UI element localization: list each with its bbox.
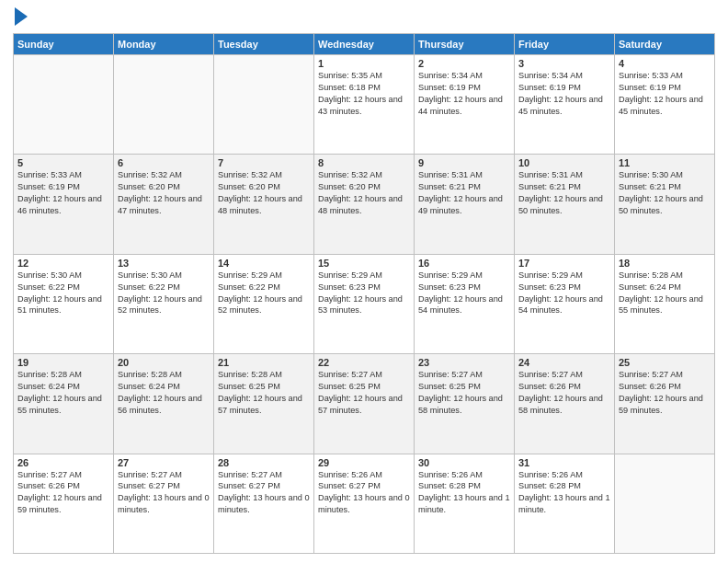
day-info: Sunrise: 5:32 AM Sunset: 6:20 PM Dayligh…	[318, 169, 410, 217]
calendar-cell: 13Sunrise: 5:30 AM Sunset: 6:22 PM Dayli…	[114, 254, 214, 353]
day-number: 5	[17, 157, 109, 168]
day-info: Sunrise: 5:26 AM Sunset: 6:27 PM Dayligh…	[318, 469, 410, 517]
day-number: 13	[118, 258, 210, 269]
day-info: Sunrise: 5:28 AM Sunset: 6:24 PM Dayligh…	[17, 369, 109, 417]
day-number: 4	[619, 58, 711, 69]
day-info: Sunrise: 5:34 AM Sunset: 6:19 PM Dayligh…	[418, 70, 510, 118]
calendar-cell: 11Sunrise: 5:30 AM Sunset: 6:21 PM Dayli…	[615, 155, 715, 254]
calendar-week-row: 19Sunrise: 5:28 AM Sunset: 6:24 PM Dayli…	[14, 354, 715, 454]
day-number: 31	[518, 457, 610, 468]
day-number: 1	[318, 58, 410, 69]
calendar-week-row: 26Sunrise: 5:27 AM Sunset: 6:26 PM Dayli…	[14, 454, 715, 553]
calendar-cell: 24Sunrise: 5:27 AM Sunset: 6:26 PM Dayli…	[515, 354, 615, 454]
day-info: Sunrise: 5:29 AM Sunset: 6:23 PM Dayligh…	[418, 270, 510, 317]
day-number: 20	[118, 357, 210, 368]
calendar-cell: 12Sunrise: 5:30 AM Sunset: 6:22 PM Dayli…	[14, 254, 114, 353]
calendar-cell: 3Sunrise: 5:34 AM Sunset: 6:19 PM Daylig…	[515, 55, 615, 155]
calendar-cell: 26Sunrise: 5:27 AM Sunset: 6:26 PM Dayli…	[14, 454, 114, 553]
page: SundayMondayTuesdayWednesdayThursdayFrid…	[0, 0, 728, 563]
logo-arrow-icon	[15, 7, 28, 26]
calendar-cell: 17Sunrise: 5:29 AM Sunset: 6:23 PM Dayli…	[515, 254, 615, 353]
day-info: Sunrise: 5:32 AM Sunset: 6:20 PM Dayligh…	[118, 169, 210, 217]
calendar-week-row: 5Sunrise: 5:33 AM Sunset: 6:19 PM Daylig…	[14, 155, 715, 254]
calendar-cell: 2Sunrise: 5:34 AM Sunset: 6:19 PM Daylig…	[415, 55, 515, 155]
weekday-header: Friday	[515, 34, 615, 55]
day-info: Sunrise: 5:30 AM Sunset: 6:21 PM Dayligh…	[619, 169, 711, 217]
calendar-cell: 1Sunrise: 5:35 AM Sunset: 6:18 PM Daylig…	[314, 55, 415, 155]
calendar-week-row: 1Sunrise: 5:35 AM Sunset: 6:18 PM Daylig…	[14, 55, 715, 155]
calendar-cell: 5Sunrise: 5:33 AM Sunset: 6:19 PM Daylig…	[14, 155, 114, 254]
calendar-cell: 8Sunrise: 5:32 AM Sunset: 6:20 PM Daylig…	[314, 155, 415, 254]
calendar-cell: 29Sunrise: 5:26 AM Sunset: 6:27 PM Dayli…	[314, 454, 415, 553]
calendar-cell: 21Sunrise: 5:28 AM Sunset: 6:25 PM Dayli…	[214, 354, 314, 454]
day-info: Sunrise: 5:30 AM Sunset: 6:22 PM Dayligh…	[17, 270, 109, 317]
calendar-cell: 27Sunrise: 5:27 AM Sunset: 6:27 PM Dayli…	[114, 454, 214, 553]
calendar-cell: 19Sunrise: 5:28 AM Sunset: 6:24 PM Dayli…	[14, 354, 114, 454]
day-number: 29	[318, 457, 410, 468]
day-number: 25	[619, 357, 711, 368]
day-info: Sunrise: 5:27 AM Sunset: 6:26 PM Dayligh…	[619, 369, 711, 417]
day-number: 22	[318, 357, 410, 368]
day-info: Sunrise: 5:33 AM Sunset: 6:19 PM Dayligh…	[619, 70, 711, 118]
weekday-header: Monday	[114, 34, 214, 55]
day-number: 17	[518, 258, 610, 269]
calendar-cell: 28Sunrise: 5:27 AM Sunset: 6:27 PM Dayli…	[214, 454, 314, 553]
calendar-cell: 20Sunrise: 5:28 AM Sunset: 6:24 PM Dayli…	[114, 354, 214, 454]
calendar-cell: 6Sunrise: 5:32 AM Sunset: 6:20 PM Daylig…	[114, 155, 214, 254]
day-number: 6	[118, 157, 210, 168]
day-number: 18	[619, 258, 711, 269]
day-info: Sunrise: 5:30 AM Sunset: 6:22 PM Dayligh…	[118, 270, 210, 317]
calendar-cell	[214, 55, 314, 155]
logo	[13, 9, 29, 26]
day-number: 15	[318, 258, 410, 269]
day-info: Sunrise: 5:27 AM Sunset: 6:25 PM Dayligh…	[318, 369, 410, 417]
day-info: Sunrise: 5:26 AM Sunset: 6:28 PM Dayligh…	[418, 469, 510, 517]
calendar-cell: 25Sunrise: 5:27 AM Sunset: 6:26 PM Dayli…	[615, 354, 715, 454]
day-number: 14	[218, 258, 310, 269]
weekday-header: Thursday	[415, 34, 515, 55]
calendar-cell: 18Sunrise: 5:28 AM Sunset: 6:24 PM Dayli…	[615, 254, 715, 353]
day-number: 9	[418, 157, 510, 168]
day-number: 28	[218, 457, 310, 468]
day-number: 12	[17, 258, 109, 269]
day-number: 30	[418, 457, 510, 468]
weekday-header: Saturday	[615, 34, 715, 55]
day-number: 21	[218, 357, 310, 368]
day-number: 27	[118, 457, 210, 468]
day-info: Sunrise: 5:27 AM Sunset: 6:27 PM Dayligh…	[218, 469, 310, 517]
day-number: 23	[418, 357, 510, 368]
day-info: Sunrise: 5:33 AM Sunset: 6:19 PM Dayligh…	[17, 169, 109, 217]
weekday-header: Sunday	[14, 34, 114, 55]
day-number: 10	[518, 157, 610, 168]
calendar-header-row: SundayMondayTuesdayWednesdayThursdayFrid…	[14, 34, 715, 55]
calendar-cell: 23Sunrise: 5:27 AM Sunset: 6:25 PM Dayli…	[415, 354, 515, 454]
day-info: Sunrise: 5:27 AM Sunset: 6:27 PM Dayligh…	[118, 469, 210, 517]
calendar-cell: 9Sunrise: 5:31 AM Sunset: 6:21 PM Daylig…	[415, 155, 515, 254]
day-info: Sunrise: 5:28 AM Sunset: 6:24 PM Dayligh…	[619, 270, 711, 317]
day-info: Sunrise: 5:34 AM Sunset: 6:19 PM Dayligh…	[518, 70, 610, 118]
day-info: Sunrise: 5:28 AM Sunset: 6:25 PM Dayligh…	[218, 369, 310, 417]
day-info: Sunrise: 5:32 AM Sunset: 6:20 PM Dayligh…	[218, 169, 310, 217]
calendar-cell: 31Sunrise: 5:26 AM Sunset: 6:28 PM Dayli…	[515, 454, 615, 553]
day-info: Sunrise: 5:29 AM Sunset: 6:23 PM Dayligh…	[518, 270, 610, 317]
day-info: Sunrise: 5:27 AM Sunset: 6:26 PM Dayligh…	[518, 369, 610, 417]
day-number: 24	[518, 357, 610, 368]
day-info: Sunrise: 5:26 AM Sunset: 6:28 PM Dayligh…	[518, 469, 610, 517]
day-number: 16	[418, 258, 510, 269]
calendar-cell: 10Sunrise: 5:31 AM Sunset: 6:21 PM Dayli…	[515, 155, 615, 254]
day-info: Sunrise: 5:35 AM Sunset: 6:18 PM Dayligh…	[318, 70, 410, 118]
calendar-table: SundayMondayTuesdayWednesdayThursdayFrid…	[13, 33, 715, 554]
day-number: 11	[619, 157, 711, 168]
day-info: Sunrise: 5:29 AM Sunset: 6:23 PM Dayligh…	[318, 270, 410, 317]
day-number: 8	[318, 157, 410, 168]
day-number: 26	[17, 457, 109, 468]
calendar-cell: 7Sunrise: 5:32 AM Sunset: 6:20 PM Daylig…	[214, 155, 314, 254]
day-info: Sunrise: 5:29 AM Sunset: 6:22 PM Dayligh…	[218, 270, 310, 317]
weekday-header: Wednesday	[314, 34, 415, 55]
day-number: 3	[518, 58, 610, 69]
calendar-cell: 30Sunrise: 5:26 AM Sunset: 6:28 PM Dayli…	[415, 454, 515, 553]
weekday-header: Tuesday	[214, 34, 314, 55]
calendar-cell	[14, 55, 114, 155]
day-number: 2	[418, 58, 510, 69]
day-info: Sunrise: 5:27 AM Sunset: 6:25 PM Dayligh…	[418, 369, 510, 417]
